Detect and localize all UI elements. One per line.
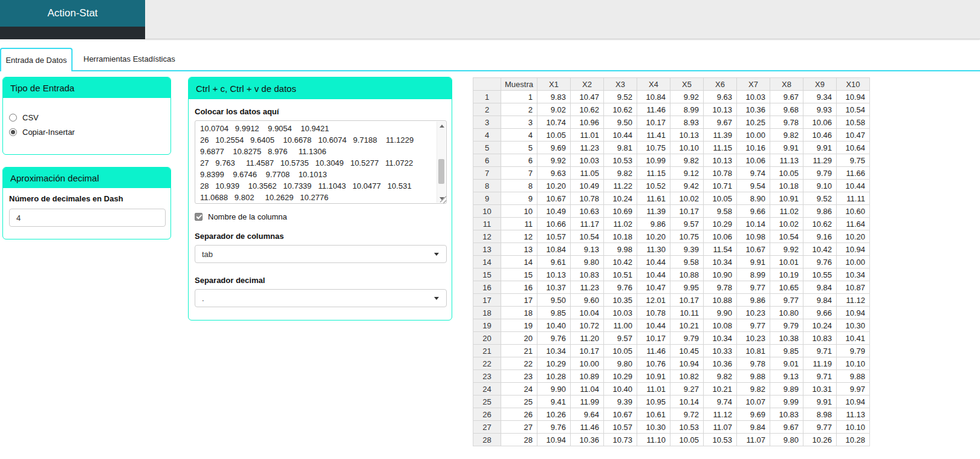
data-cell[interactable]: 10.63 [570,205,603,218]
data-cell[interactable]: 9.64 [570,408,603,421]
data-cell[interactable]: 9.84 [736,421,770,434]
data-cell[interactable]: 10.98 [736,230,770,243]
data-cell[interactable]: 9.54 [736,180,770,192]
data-cell[interactable]: 15 [501,269,537,281]
data-cell[interactable]: 9.61 [537,256,570,269]
data-cell[interactable]: 11.29 [803,154,836,167]
data-cell[interactable]: 10.91 [770,192,803,205]
data-cell[interactable]: 10.14 [670,396,703,408]
data-cell[interactable]: 12 [501,230,537,243]
data-cell[interactable]: 10.75 [670,230,703,243]
data-cell[interactable]: 11.15 [703,142,736,154]
data-cell[interactable]: 9.92 [670,91,703,103]
data-cell[interactable]: 9.01 [770,357,803,370]
data-cell[interactable]: 11.04 [570,383,603,396]
data-cell[interactable]: 11.64 [836,218,869,230]
data-cell[interactable]: 9.83 [537,91,570,103]
data-cell[interactable]: 10.83 [570,269,603,281]
data-cell[interactable]: 10.44 [836,180,869,192]
data-paste-textarea[interactable]: 10.0704 9.9912 9.9054 10.9421 26 10.2554… [195,120,447,204]
data-cell[interactable]: 10.13 [537,269,570,281]
data-cell[interactable]: 10.94 [670,357,703,370]
data-cell[interactable]: 10.06 [736,154,770,167]
data-cell[interactable]: 10.28 [836,434,869,446]
data-cell[interactable]: 10.08 [703,319,736,332]
data-cell[interactable]: 8.90 [736,192,770,205]
data-cell[interactable]: 10.96 [570,116,603,129]
data-cell[interactable]: 23 [501,370,537,383]
data-cell[interactable]: 10.21 [670,319,703,332]
data-cell[interactable]: 9.75 [836,154,869,167]
data-cell[interactable]: 10.54 [770,230,803,243]
data-cell[interactable]: 9.76 [537,421,570,434]
data-cell[interactable]: 10.46 [803,129,836,142]
data-cell[interactable]: 4 [501,129,537,142]
data-cell[interactable]: 9.63 [537,167,570,180]
data-cell[interactable]: 10.19 [770,269,803,281]
data-cell[interactable]: 2 [501,103,537,116]
data-cell[interactable]: 11.39 [703,129,736,142]
data-cell[interactable]: 10.05 [603,345,637,357]
data-cell[interactable]: 11.66 [836,167,869,180]
data-cell[interactable]: 11.13 [770,154,803,167]
data-cell[interactable]: 11.99 [570,396,603,408]
data-cell[interactable]: 11.30 [637,243,670,256]
data-cell[interactable]: 11.11 [836,192,869,205]
data-cell[interactable]: 10.91 [637,370,670,383]
data-cell[interactable]: 9.76 [803,256,836,269]
data-cell[interactable]: 11.17 [570,218,603,230]
data-cell[interactable]: 9.86 [637,218,670,230]
data-cell[interactable]: 6 [501,154,537,167]
data-cell[interactable]: 10.51 [603,269,637,281]
data-cell[interactable]: 10.94 [836,307,869,319]
data-cell[interactable]: 10.23 [736,332,770,345]
data-cell[interactable]: 10.29 [703,218,736,230]
data-cell[interactable]: 10.74 [537,116,570,129]
data-cell[interactable]: 11.22 [603,180,637,192]
data-cell[interactable]: 10.82 [670,370,703,383]
data-cell[interactable]: 9.13 [770,370,803,383]
tab-entrada-de-datos[interactable]: Entrada de Datos [0,48,73,71]
data-cell[interactable]: 10.89 [570,370,603,383]
data-cell[interactable]: 10.57 [603,421,637,434]
data-cell[interactable]: 10.44 [637,319,670,332]
data-cell[interactable]: 10.40 [603,383,637,396]
data-cell[interactable]: 10.06 [803,116,836,129]
data-cell[interactable]: 16 [501,281,537,294]
data-cell[interactable]: 10.44 [637,269,670,281]
data-cell[interactable]: 9.79 [803,167,836,180]
data-cell[interactable]: 9.86 [803,205,836,218]
data-cell[interactable]: 10.10 [670,142,703,154]
data-cell[interactable]: 10.47 [637,281,670,294]
data-cell[interactable]: 10.25 [736,116,770,129]
data-cell[interactable]: 9.80 [570,256,603,269]
scrollbar-thumb[interactable] [438,159,444,184]
data-cell[interactable]: 10.66 [537,218,570,230]
data-cell[interactable]: 9.82 [670,154,703,167]
data-cell[interactable]: 9.67 [703,116,736,129]
data-cell[interactable]: 8.98 [803,408,836,421]
data-cell[interactable]: 10.62 [803,218,836,230]
data-cell[interactable]: 11.61 [637,192,670,205]
data-cell[interactable]: 10.02 [770,218,803,230]
data-cell[interactable]: 9.02 [537,103,570,116]
data-cell[interactable]: 10.53 [603,154,637,167]
data-cell[interactable]: 9.91 [803,396,836,408]
data-cell[interactable]: 11.02 [603,218,637,230]
data-cell[interactable]: 10.05 [537,129,570,142]
data-cell[interactable]: 11.01 [637,383,670,396]
data-cell[interactable]: 9.99 [770,396,803,408]
data-cell[interactable]: 9.89 [770,383,803,396]
data-cell[interactable]: 10.01 [770,256,803,269]
data-cell[interactable]: 9.77 [770,294,803,307]
data-cell[interactable]: 9.41 [537,396,570,408]
data-cell[interactable]: 28 [501,434,537,446]
data-cell[interactable]: 11.10 [637,434,670,446]
data-cell[interactable]: 9.78 [770,116,803,129]
data-cell[interactable]: 9.78 [736,357,770,370]
data-cell[interactable]: 10.76 [637,357,670,370]
data-cell[interactable]: 9.69 [736,408,770,421]
data-cell[interactable]: 9.79 [770,319,803,332]
data-cell[interactable]: 10.03 [736,91,770,103]
data-cell[interactable]: 27 [501,421,537,434]
